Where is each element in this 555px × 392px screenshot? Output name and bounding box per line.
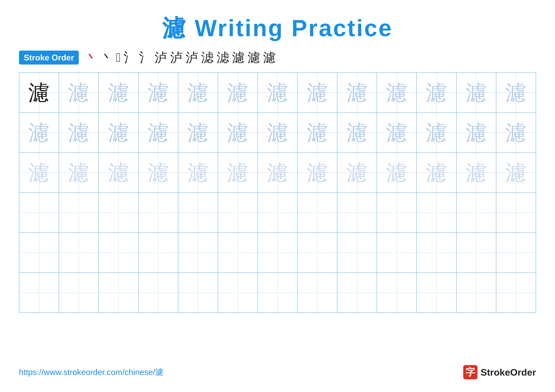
stroke-step-0: 丶 — [85, 51, 98, 64]
grid-cell-4-6[interactable] — [258, 233, 297, 272]
grid-cell-1-1[interactable]: 濾 — [59, 113, 99, 152]
grid-cell-0-2[interactable]: 濾 — [99, 73, 139, 112]
grid-cell-3-5[interactable] — [218, 193, 258, 232]
grid-cell-4-0[interactable] — [19, 233, 59, 272]
grid-cell-3-10[interactable] — [417, 193, 456, 232]
grid-cell-0-10[interactable]: 濾 — [417, 73, 456, 112]
cell-character: 濾 — [426, 82, 447, 103]
stroke-step-11: 濾 — [248, 51, 260, 64]
grid-cell-2-0[interactable]: 濾 — [19, 153, 59, 192]
grid-cell-5-6[interactable] — [258, 273, 297, 313]
cell-character: 濾 — [505, 122, 527, 143]
stroke-step-10: 濾 — [232, 51, 245, 64]
grid-cell-1-6[interactable]: 濾 — [258, 113, 297, 152]
cell-character: 濾 — [148, 122, 169, 143]
cell-character: 濾 — [386, 82, 407, 103]
grid-cell-2-2[interactable]: 濾 — [99, 153, 139, 192]
grid-cell-5-10[interactable] — [417, 273, 456, 313]
cell-character: 濾 — [267, 82, 288, 103]
grid-cell-1-12[interactable]: 濾 — [496, 113, 536, 152]
grid-cell-4-5[interactable] — [218, 233, 258, 272]
cell-character: 濾 — [227, 162, 248, 183]
grid-cell-5-5[interactable] — [218, 273, 258, 313]
grid-cell-4-4[interactable] — [178, 233, 218, 272]
grid-cell-5-0[interactable] — [19, 273, 59, 313]
stroke-order-badge: Stroke Order — [19, 51, 79, 64]
grid-cell-0-3[interactable]: 濾 — [139, 73, 178, 112]
grid-row-0: 濾濾濾濾濾濾濾濾濾濾濾濾濾 — [19, 73, 536, 113]
cell-character: 濾 — [227, 122, 248, 143]
grid-cell-2-3[interactable]: 濾 — [139, 153, 178, 192]
grid-cell-2-9[interactable]: 濾 — [377, 153, 417, 192]
grid-cell-3-8[interactable] — [337, 193, 377, 232]
grid-cell-1-10[interactable]: 濾 — [417, 113, 456, 152]
grid-cell-5-8[interactable] — [337, 273, 377, 313]
grid-cell-0-9[interactable]: 濾 — [377, 73, 417, 112]
grid-cell-2-1[interactable]: 濾 — [59, 153, 99, 192]
grid-cell-0-11[interactable]: 濾 — [457, 73, 496, 112]
grid-cell-3-6[interactable] — [258, 193, 297, 232]
grid-cell-0-4[interactable]: 濾 — [178, 73, 218, 112]
grid-cell-1-2[interactable]: 濾 — [99, 113, 139, 152]
grid-cell-0-1[interactable]: 濾 — [59, 73, 99, 112]
grid-cell-5-2[interactable] — [99, 273, 139, 313]
grid-row-2: 濾濾濾濾濾濾濾濾濾濾濾濾濾 — [19, 153, 536, 193]
grid-cell-0-7[interactable]: 濾 — [298, 73, 337, 112]
grid-cell-3-12[interactable] — [496, 193, 536, 232]
grid-cell-3-7[interactable] — [298, 193, 337, 232]
grid-cell-4-3[interactable] — [139, 233, 178, 272]
grid-cell-2-4[interactable]: 濾 — [178, 153, 218, 192]
grid-cell-5-11[interactable] — [457, 273, 496, 313]
grid-cell-2-6[interactable]: 濾 — [258, 153, 297, 192]
grid-cell-5-9[interactable] — [377, 273, 417, 313]
grid-cell-4-8[interactable] — [337, 233, 377, 272]
stroke-step-8: 滤 — [201, 51, 214, 64]
grid-cell-3-9[interactable] — [377, 193, 417, 232]
grid-cell-2-10[interactable]: 濾 — [417, 153, 456, 192]
grid-cell-1-0[interactable]: 濾 — [19, 113, 59, 152]
cell-character: 濾 — [187, 122, 209, 143]
grid-cell-1-3[interactable]: 濾 — [139, 113, 178, 152]
footer-url[interactable]: https://www.strokeorder.com/chinese/濾 — [19, 367, 163, 378]
grid-cell-1-5[interactable]: 濾 — [218, 113, 258, 152]
grid-cell-3-2[interactable] — [99, 193, 139, 232]
grid-cell-4-1[interactable] — [59, 233, 99, 272]
grid-cell-4-2[interactable] — [99, 233, 139, 272]
cell-character: 濾 — [28, 82, 50, 103]
grid-cell-1-8[interactable]: 濾 — [337, 113, 377, 152]
grid-cell-1-4[interactable]: 濾 — [178, 113, 218, 152]
page-title: 濾 Writing Practice — [162, 13, 393, 44]
grid-cell-4-9[interactable] — [377, 233, 417, 272]
grid-cell-4-12[interactable] — [496, 233, 536, 272]
cell-character: 濾 — [108, 82, 129, 103]
grid-cell-1-11[interactable]: 濾 — [457, 113, 496, 152]
stroke-step-4: 氵 — [139, 51, 152, 64]
grid-cell-3-4[interactable] — [178, 193, 218, 232]
grid-cell-5-1[interactable] — [59, 273, 99, 313]
grid-cell-5-7[interactable] — [298, 273, 337, 313]
grid-cell-0-12[interactable]: 濾 — [496, 73, 536, 112]
grid-cell-3-3[interactable] — [139, 193, 178, 232]
cell-character: 濾 — [426, 122, 447, 143]
grid-cell-0-5[interactable]: 濾 — [218, 73, 258, 112]
cell-character: 濾 — [466, 82, 487, 103]
grid-cell-3-0[interactable] — [19, 193, 59, 232]
grid-cell-1-9[interactable]: 濾 — [377, 113, 417, 152]
grid-cell-1-7[interactable]: 濾 — [298, 113, 337, 152]
grid-cell-0-6[interactable]: 濾 — [258, 73, 297, 112]
grid-cell-3-11[interactable] — [457, 193, 496, 232]
grid-cell-3-1[interactable] — [59, 193, 99, 232]
grid-cell-2-8[interactable]: 濾 — [337, 153, 377, 192]
grid-cell-5-3[interactable] — [139, 273, 178, 313]
grid-cell-2-11[interactable]: 濾 — [457, 153, 496, 192]
grid-cell-0-8[interactable]: 濾 — [337, 73, 377, 112]
grid-cell-2-5[interactable]: 濾 — [218, 153, 258, 192]
grid-cell-4-7[interactable] — [298, 233, 337, 272]
grid-cell-4-10[interactable] — [417, 233, 456, 272]
grid-cell-5-12[interactable] — [496, 273, 536, 313]
grid-cell-2-12[interactable]: 濾 — [496, 153, 536, 192]
grid-cell-4-11[interactable] — [457, 233, 496, 272]
grid-cell-2-7[interactable]: 濾 — [298, 153, 337, 192]
grid-cell-0-0[interactable]: 濾 — [19, 73, 59, 112]
grid-cell-5-4[interactable] — [178, 273, 218, 313]
